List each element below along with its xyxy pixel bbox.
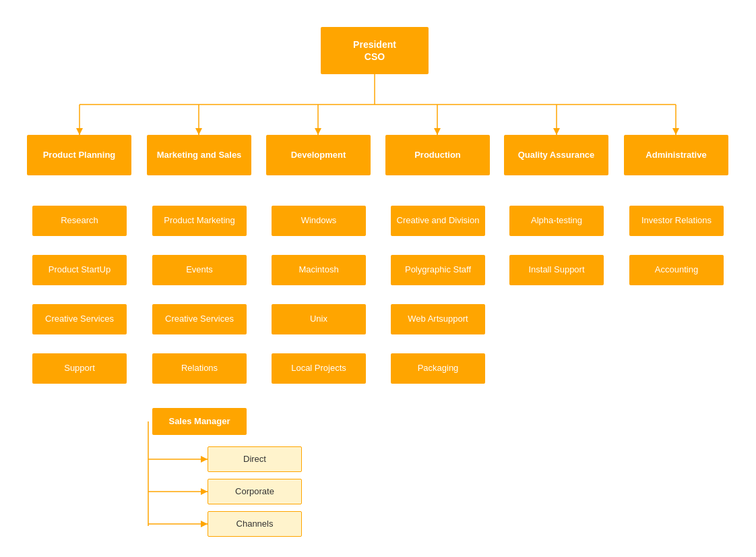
install-support-node: Install Support bbox=[509, 255, 604, 285]
svg-marker-16 bbox=[201, 456, 208, 463]
marketing-sales-node: Marketing and Sales bbox=[147, 135, 251, 175]
svg-marker-12 bbox=[553, 128, 560, 135]
product-planning-node: Product Planning bbox=[27, 135, 131, 175]
svg-marker-13 bbox=[672, 128, 679, 135]
macintosh-node: Macintosh bbox=[272, 255, 366, 285]
creative-services-1-node: Creative Services bbox=[32, 304, 127, 334]
svg-marker-10 bbox=[315, 128, 321, 135]
development-node: Development bbox=[266, 135, 371, 175]
packaging-node: Packaging bbox=[391, 353, 485, 384]
sales-manager-node: Sales Manager bbox=[152, 408, 247, 435]
research-node: Research bbox=[32, 206, 127, 236]
direct-node: Direct bbox=[208, 446, 302, 472]
svg-marker-9 bbox=[195, 128, 202, 135]
svg-marker-11 bbox=[434, 128, 441, 135]
investor-relations-node: Investor Relations bbox=[629, 206, 724, 236]
local-projects-node: Local Projects bbox=[272, 353, 366, 384]
polygraphic-staff-node: Polygraphic Staff bbox=[391, 255, 485, 285]
svg-marker-18 bbox=[201, 488, 208, 495]
quality-assurance-node: Quality Assurance bbox=[504, 135, 608, 175]
creative-division-node: Creative and Division bbox=[391, 206, 485, 236]
alpha-testing-node: Alpha-testing bbox=[509, 206, 604, 236]
administrative-node: Administrative bbox=[624, 135, 728, 175]
relations-node: Relations bbox=[152, 353, 247, 384]
creative-services-2-node: Creative Services bbox=[152, 304, 247, 334]
channels-node: Channels bbox=[208, 511, 302, 537]
svg-marker-20 bbox=[201, 521, 208, 527]
president-node: President CSO bbox=[321, 27, 429, 74]
org-chart: President CSO Product Planning Marketing… bbox=[0, 0, 756, 557]
unix-node: Unix bbox=[272, 304, 366, 334]
web-artsupport-node: Web Artsupport bbox=[391, 304, 485, 334]
product-marketing-node: Product Marketing bbox=[152, 206, 247, 236]
svg-marker-8 bbox=[76, 128, 83, 135]
windows-node: Windows bbox=[272, 206, 366, 236]
accounting-node: Accounting bbox=[629, 255, 724, 285]
events-node: Events bbox=[152, 255, 247, 285]
production-node: Production bbox=[385, 135, 490, 175]
president-label: President CSO bbox=[353, 38, 396, 63]
support-node: Support bbox=[32, 353, 127, 384]
product-startup-node: Product StartUp bbox=[32, 255, 127, 285]
corporate-node: Corporate bbox=[208, 479, 302, 504]
